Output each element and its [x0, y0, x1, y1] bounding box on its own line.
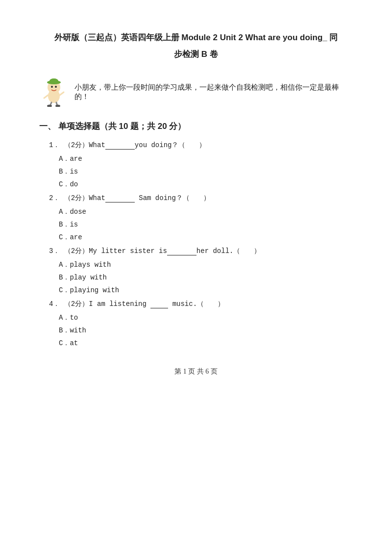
- q4-optA: A．to: [59, 313, 353, 322]
- svg-point-3: [49, 78, 58, 83]
- q4-blank: [150, 301, 168, 308]
- q3-content: （2分）My litter sister isher doll.（ ）: [64, 247, 261, 255]
- q2-blank: [105, 195, 135, 202]
- mascot-text: 小朋友，带上你一段时间的学习成果，一起来做个自我检测吧，相信你一定是最棒的！: [74, 83, 353, 101]
- q1-blank: [105, 142, 135, 150]
- svg-line-6: [44, 95, 48, 98]
- page-footer: 第 1 页 共 6 页: [39, 367, 353, 376]
- q1-number: 1．: [49, 141, 60, 149]
- question-4-text: 4． （2分）I am listening music.（ ）: [49, 300, 353, 308]
- svg-point-11: [55, 105, 60, 107]
- page-container: 外研版（三起点）英语四年级上册 Module 2 Unit 2 What are…: [39, 29, 353, 376]
- question-2-text: 2． （2分）What Sam doing？（ ）: [49, 194, 353, 202]
- q4-content: （2分）I am listening music.（ ）: [64, 300, 224, 308]
- svg-point-5: [55, 86, 57, 88]
- question-2: 2． （2分）What Sam doing？（ ） A．dose B．is C．…: [49, 194, 353, 242]
- question-1: 1． （2分）Whatyou doing？（ ） A．are B．is C．do: [49, 141, 353, 189]
- svg-point-4: [51, 86, 53, 88]
- q1-optA: A．are: [59, 154, 353, 163]
- q3-optA: A．plays with: [59, 260, 353, 269]
- svg-line-7: [60, 92, 64, 95]
- q3-number: 3．: [49, 247, 60, 255]
- q1-optB: B．is: [59, 167, 353, 176]
- question-1-text: 1． （2分）Whatyou doing？（ ）: [49, 141, 353, 150]
- q4-number: 4．: [49, 300, 60, 308]
- q2-optC: C．are: [59, 233, 353, 242]
- page-title: 外研版（三起点）英语四年级上册 Module 2 Unit 2 What are…: [39, 29, 353, 63]
- question-3-text: 3． （2分）My litter sister isher doll.（ ）: [49, 247, 353, 255]
- q2-optA: A．dose: [59, 207, 353, 216]
- questions-list: 1． （2分）Whatyou doing？（ ） A．are B．is C．do…: [39, 141, 353, 348]
- q2-optB: B．is: [59, 220, 353, 229]
- title-line2: 步检测 B 卷: [39, 46, 353, 63]
- q1-content: （2分）Whatyou doing？（ ）: [64, 141, 206, 149]
- q3-optC: C．playing with: [59, 286, 353, 295]
- q3-blank: [167, 248, 196, 255]
- mascot-icon: [39, 77, 69, 107]
- title-line1: 外研版（三起点）英语四年级上册 Module 2 Unit 2 What are…: [39, 29, 353, 46]
- q2-content: （2分）What Sam doing？（ ）: [64, 194, 210, 202]
- q4-optC: C．at: [59, 339, 353, 348]
- q2-number: 2．: [49, 194, 60, 202]
- question-3: 3． （2分）My litter sister isher doll.（ ） A…: [49, 247, 353, 295]
- question-4: 4． （2分）I am listening music.（ ） A．to B．w…: [49, 300, 353, 348]
- section1-title: 一、 单项选择题（共 10 题；共 20 分）: [39, 121, 353, 132]
- mascot-row: 小朋友，带上你一段时间的学习成果，一起来做个自我检测吧，相信你一定是最棒的！: [39, 77, 353, 107]
- q3-optB: B．play with: [59, 273, 353, 282]
- q4-optB: B．with: [59, 326, 353, 335]
- svg-point-10: [47, 105, 52, 107]
- q1-optC: C．do: [59, 180, 353, 189]
